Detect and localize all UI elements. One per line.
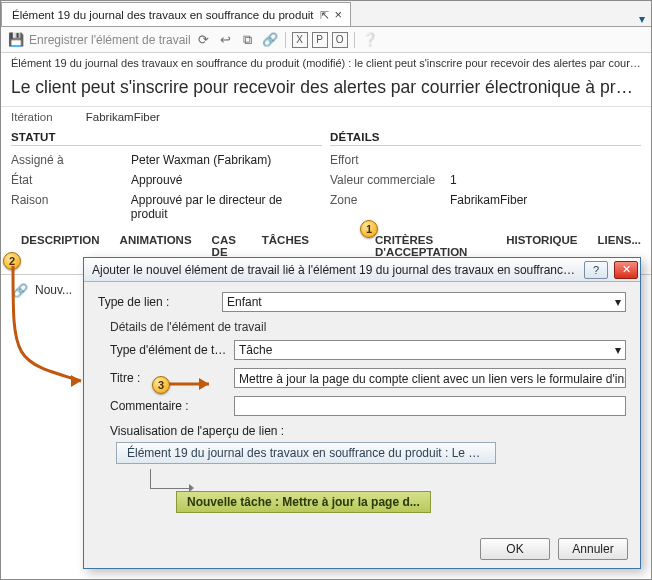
- linktype-combo[interactable]: Enfant ▾: [222, 292, 626, 312]
- linktype-label: Type de lien :: [98, 295, 216, 309]
- pin-icon[interactable]: ⇱: [320, 3, 329, 27]
- assigned-value[interactable]: Peter Waxman (Fabrikam): [131, 153, 271, 167]
- separator: [285, 32, 286, 48]
- comment-input[interactable]: [234, 396, 626, 416]
- back-icon[interactable]: ↩: [217, 31, 235, 49]
- close-button[interactable]: ✕: [614, 261, 638, 279]
- comment-label: Commentaire :: [110, 399, 228, 413]
- reason-label: Raison: [11, 193, 131, 221]
- dialog-title: Ajouter le nouvel élément de travail lié…: [92, 263, 580, 277]
- status-header: STATUT: [11, 131, 322, 146]
- copy-icon[interactable]: ⧉: [239, 31, 257, 49]
- new-link-icon[interactable]: 🔗: [11, 281, 29, 299]
- refresh-icon[interactable]: ⟳: [195, 31, 213, 49]
- reason-value[interactable]: Approuvé par le directeur de produit: [131, 193, 322, 221]
- new-linked-item-button[interactable]: Nouv...: [35, 283, 72, 297]
- chevron-down-icon: ▾: [615, 295, 621, 309]
- linktype-value: Enfant: [227, 295, 262, 309]
- bv-label: Valeur commerciale: [330, 173, 450, 187]
- o-box-icon[interactable]: O: [332, 32, 348, 48]
- document-tab[interactable]: Élément 19 du journal des travaux en sou…: [1, 2, 351, 26]
- details-header: DÉTAILS: [330, 131, 641, 146]
- elemtype-value: Tâche: [239, 343, 272, 357]
- child-chip[interactable]: Nouvelle tâche : Mettre à jour la page d…: [176, 491, 431, 513]
- assigned-label: Assigné à: [11, 153, 131, 167]
- chevron-down-icon: ▾: [615, 343, 621, 357]
- ok-button[interactable]: OK: [480, 538, 550, 560]
- x-box-icon[interactable]: X: [292, 32, 308, 48]
- page-title: Le client peut s'inscrire pour recevoir …: [1, 71, 651, 107]
- svg-marker-0: [71, 375, 81, 387]
- save-button[interactable]: Enregistrer l'élément de travail: [29, 33, 191, 47]
- callout-2: 2: [3, 252, 21, 270]
- p-box-icon[interactable]: P: [312, 32, 328, 48]
- area-value[interactable]: FabrikamFiber: [450, 193, 527, 207]
- viz-label: Visualisation de l'aperçu de lien :: [110, 424, 284, 438]
- titre-input[interactable]: Mettre à jour la page du compte client a…: [234, 368, 626, 388]
- callout-3: 3: [152, 376, 170, 394]
- elemtype-label: Type d'élément de tra...: [110, 343, 228, 357]
- link-icon[interactable]: 🔗: [261, 31, 279, 49]
- iteration-value[interactable]: FabrikamFiber: [86, 111, 160, 123]
- elemtype-combo[interactable]: Tâche ▾: [234, 340, 626, 360]
- parent-chip[interactable]: Élément 19 du journal des travaux en sou…: [116, 442, 496, 464]
- state-label: État: [11, 173, 131, 187]
- save-icon[interactable]: 💾: [7, 31, 25, 49]
- toolbar: 💾 Enregistrer l'élément de travail ⟳ ↩ ⧉…: [1, 27, 651, 53]
- tab-title: Élément 19 du journal des travaux en sou…: [12, 3, 314, 27]
- section-details: Détails de l'élément de travail: [110, 320, 626, 334]
- effort-label: Effort: [330, 153, 450, 167]
- callout-1: 1: [360, 220, 378, 238]
- help-icon[interactable]: ❔: [361, 31, 379, 49]
- close-icon[interactable]: ×: [335, 3, 343, 27]
- help-button[interactable]: ?: [584, 261, 608, 279]
- tabbar-overflow-icon[interactable]: ▾: [633, 12, 651, 26]
- area-label: Zone: [330, 193, 450, 207]
- state-value[interactable]: Approuvé: [131, 173, 182, 187]
- iteration-row: Itération FabrikamFiber: [1, 107, 651, 129]
- add-link-dialog: Ajouter le nouvel élément de travail lié…: [83, 257, 641, 569]
- cancel-button[interactable]: Annuler: [558, 538, 628, 560]
- breadcrumb: Élément 19 du journal des travaux en sou…: [1, 53, 651, 71]
- iteration-label: Itération: [11, 111, 53, 123]
- connector-arrow: [150, 469, 190, 489]
- separator: [354, 32, 355, 48]
- bv-value[interactable]: 1: [450, 173, 457, 187]
